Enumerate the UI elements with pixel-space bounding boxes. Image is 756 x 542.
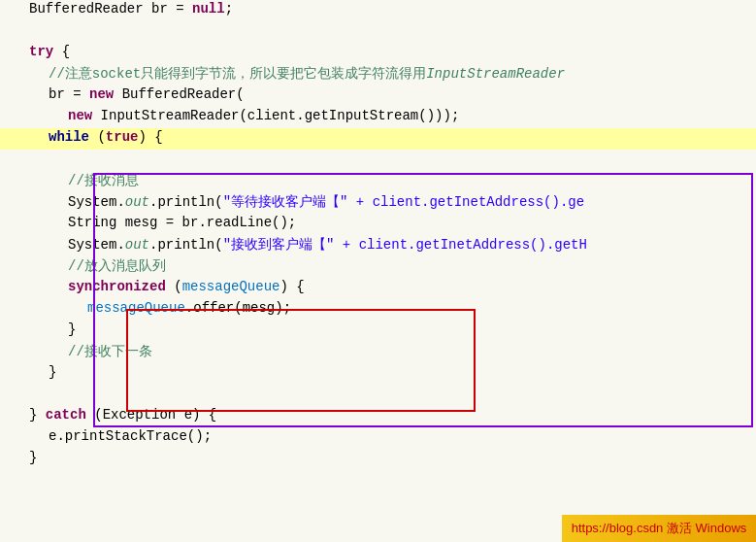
activation-text: https://blog.csdn 激活 Windows xyxy=(572,520,747,537)
code-editor: BufferedReader br = null; try { //注意sock… xyxy=(0,0,756,542)
code-line: BufferedReader br = null; xyxy=(0,0,756,21)
code-line: //注意socket只能得到字节流，所以要把它包装成字符流得用InputStre… xyxy=(0,64,756,85)
code-line xyxy=(0,150,756,171)
code-line: br = new BufferedReader( xyxy=(0,85,756,107)
code-line: } xyxy=(0,449,756,470)
code-line: new InputStreamReader(client.getInputStr… xyxy=(0,107,756,128)
code-line xyxy=(0,21,756,43)
red-highlight-box xyxy=(126,309,476,412)
code-line-while: while (true) { xyxy=(0,128,756,150)
activation-bar: https://blog.csdn 激活 Windows xyxy=(562,515,756,542)
code-line: try { xyxy=(0,43,756,64)
code-line: e.printStackTrace(); xyxy=(0,427,756,449)
